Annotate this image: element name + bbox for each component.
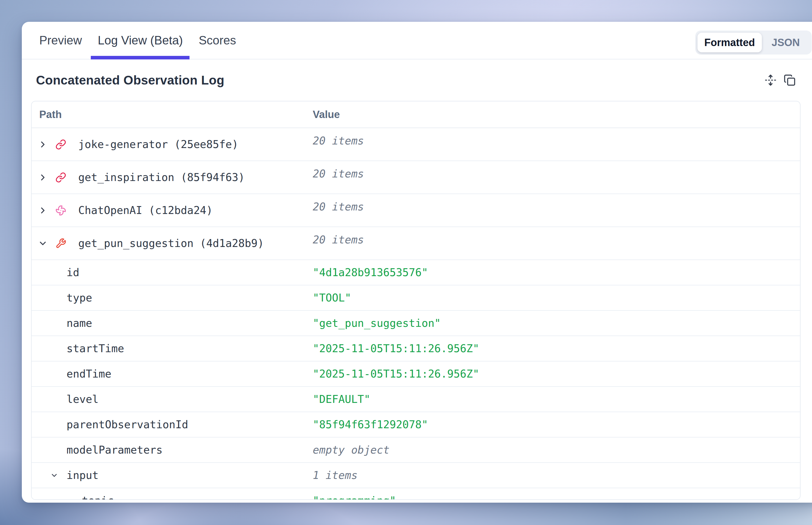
section-header: Concatenated Observation Log <box>22 59 812 101</box>
table-body: joke-generator (25ee85fe)20 itemsget_ins… <box>32 128 800 500</box>
format-json-toggle[interactable]: Formatted JSON <box>695 31 812 55</box>
chevron-down-icon[interactable] <box>38 239 48 248</box>
path-cell: input <box>32 463 313 487</box>
property-row[interactable]: startTime"2025-11-05T15:11:26.956Z" <box>32 336 800 361</box>
string-value: "2025-11-05T15:11:26.956Z" <box>313 342 479 355</box>
property-row[interactable]: parentObservationId"85f94f63f1292078" <box>32 412 800 437</box>
property-key: input <box>67 469 99 481</box>
property-key: name <box>67 317 92 329</box>
path-cell: get_inspiration (85f94f63) <box>32 161 313 194</box>
value-cell: empty object <box>313 437 800 462</box>
tab-preview[interactable]: Preview <box>39 22 82 59</box>
path-cell: parentObservationId <box>32 412 313 437</box>
value-cell: "programming" <box>313 488 800 500</box>
meta-value: 20 items <box>313 200 364 213</box>
section-toolbar <box>765 59 796 101</box>
property-row[interactable]: name"get_pun_suggestion" <box>32 311 800 336</box>
observation-log-table: Path Value joke-generator (25ee85fe)20 i… <box>31 101 800 500</box>
chevron-right-icon[interactable] <box>38 172 48 182</box>
observation-row[interactable]: get_pun_suggestion (4d1a28b9)20 items <box>32 227 800 260</box>
value-cell: 20 items <box>313 128 800 161</box>
property-row[interactable]: level"DEFAULT" <box>32 387 800 412</box>
value-cell: 20 items <box>313 227 800 259</box>
path-cell: type <box>32 285 313 310</box>
meta-value: 20 items <box>313 168 364 180</box>
property-key: startTime <box>67 342 124 355</box>
table-header-row: Path Value <box>32 101 800 128</box>
wrench-icon <box>55 238 66 249</box>
observation-label: ChatOpenAI (c12bda24) <box>78 204 213 216</box>
chevron-down-icon[interactable] <box>50 471 58 479</box>
property-key: endTime <box>67 368 111 380</box>
path-cell: endTime <box>32 361 313 386</box>
chain-link-icon <box>55 139 66 150</box>
path-cell: topic <box>32 488 313 500</box>
property-row[interactable]: type"TOOL" <box>32 285 800 311</box>
log-view-card: Preview Log View (Beta) Scores Formatted… <box>22 22 812 502</box>
pinwheel-icon <box>55 205 66 216</box>
string-value: "get_pun_suggestion" <box>313 317 441 329</box>
value-cell: 20 items <box>313 161 800 194</box>
column-header-value: Value <box>313 109 800 120</box>
tab-bar: Preview Log View (Beta) Scores Formatted… <box>22 22 812 59</box>
observation-row[interactable]: joke-generator (25ee85fe)20 items <box>32 128 800 161</box>
path-cell: get_pun_suggestion (4d1a28b9) <box>32 227 313 259</box>
string-value: "85f94f63f1292078" <box>313 418 428 431</box>
meta-value: 20 items <box>313 135 364 147</box>
path-cell: level <box>32 387 313 411</box>
value-cell: "4d1a28b913653576" <box>313 260 800 285</box>
path-cell: ChatOpenAI (c12bda24) <box>32 194 313 226</box>
section-title: Concatenated Observation Log <box>36 73 224 88</box>
property-key: id <box>67 266 79 279</box>
string-value: "2025-11-05T15:11:26.956Z" <box>313 368 479 380</box>
value-cell: "TOOL" <box>313 285 800 310</box>
observation-row[interactable]: get_inspiration (85f94f63)20 items <box>32 161 800 194</box>
property-key: level <box>67 393 99 405</box>
unfold-vertical-icon[interactable] <box>765 74 777 86</box>
observation-row[interactable]: ChatOpenAI (c12bda24)20 items <box>32 194 800 227</box>
property-row[interactable]: modelParametersempty object <box>32 437 800 463</box>
path-cell: id <box>32 260 313 285</box>
tab-scores[interactable]: Scores <box>199 22 236 59</box>
property-key: topic <box>82 494 114 500</box>
string-value: "DEFAULT" <box>313 393 370 405</box>
path-cell: name <box>32 311 313 335</box>
path-cell: startTime <box>32 336 313 361</box>
string-value: "programming" <box>313 494 396 500</box>
observation-label: get_pun_suggestion (4d1a28b9) <box>78 237 264 250</box>
string-value: "TOOL" <box>313 292 351 304</box>
chevron-right-icon[interactable] <box>38 139 48 149</box>
observation-label: joke-generator (25ee85fe) <box>78 138 238 150</box>
chevron-right-icon[interactable] <box>38 206 48 215</box>
value-cell: "get_pun_suggestion" <box>313 311 800 335</box>
property-key: type <box>67 292 92 304</box>
property-row[interactable]: id"4d1a28b913653576" <box>32 260 800 285</box>
value-cell: 20 items <box>313 194 800 226</box>
property-row[interactable]: endTime"2025-11-05T15:11:26.956Z" <box>32 361 800 387</box>
property-key: parentObservationId <box>67 418 188 431</box>
meta-value: 20 items <box>313 234 364 246</box>
toggle-option-json[interactable]: JSON <box>762 33 810 52</box>
property-key: modelParameters <box>67 444 163 456</box>
value-cell: 1 items <box>313 463 800 487</box>
meta-value: empty object <box>313 444 390 456</box>
value-cell: "85f94f63f1292078" <box>313 412 800 437</box>
property-row[interactable]: topic"programming" <box>32 488 800 500</box>
toggle-option-formatted[interactable]: Formatted <box>697 33 762 52</box>
string-value: "4d1a28b913653576" <box>313 266 428 279</box>
chain-link-icon <box>55 172 66 183</box>
property-row[interactable]: input1 items <box>32 463 800 488</box>
path-cell: modelParameters <box>32 437 313 462</box>
value-cell: "2025-11-05T15:11:26.956Z" <box>313 336 800 361</box>
tab-log-view-beta[interactable]: Log View (Beta) <box>98 22 183 59</box>
copy-icon[interactable] <box>784 74 796 86</box>
column-header-path: Path <box>32 109 313 120</box>
observation-label: get_inspiration (85f94f63) <box>78 171 245 183</box>
value-cell: "DEFAULT" <box>313 387 800 411</box>
meta-value: 1 items <box>313 469 357 481</box>
value-cell: "2025-11-05T15:11:26.956Z" <box>313 361 800 386</box>
path-cell: joke-generator (25ee85fe) <box>32 128 313 161</box>
